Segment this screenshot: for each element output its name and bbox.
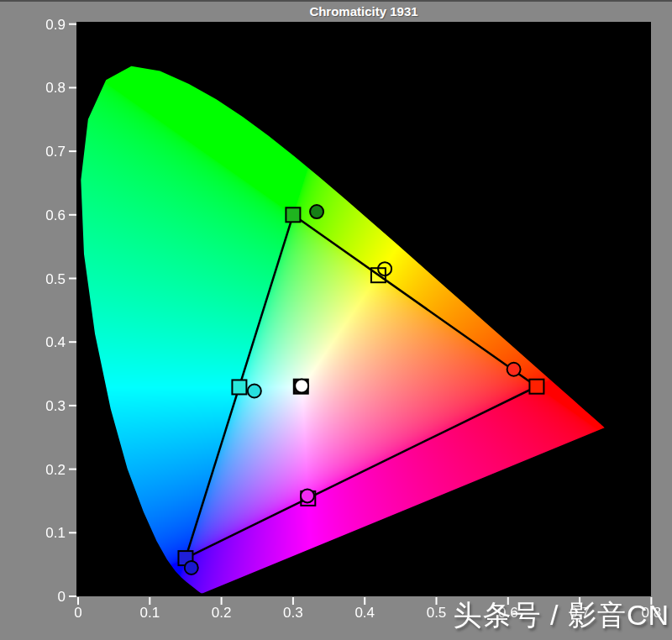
- y-axis-tick-label: 0.3: [45, 398, 66, 414]
- x-axis-tick-label: 0.4: [354, 605, 375, 621]
- x-axis-tick-label: 0.1: [139, 605, 160, 621]
- y-axis-tick-label: 0.1: [45, 525, 66, 541]
- x-axis-tick-label: 0.5: [427, 605, 447, 621]
- plot-area: [76, 22, 651, 596]
- y-axis-tick-label: 0.7: [45, 144, 66, 160]
- y-axis-tick-label: 0.2: [45, 462, 66, 478]
- y-axis-tick-label: 0.6: [45, 207, 66, 223]
- y-axis-tick-label: 0: [58, 589, 66, 605]
- x-axis-tick-label: 0: [74, 605, 81, 621]
- chart-title: Chromaticity 1931: [76, 3, 651, 20]
- y-axis-tick-label: 0.9: [45, 17, 66, 33]
- application-window: { "title": "Chromaticity 1931", "waterma…: [0, 0, 672, 640]
- y-axis-tick-label: 0.4: [45, 334, 66, 350]
- watermark: 头条号 / 影音CN: [454, 596, 669, 635]
- x-axis-tick-label: 0.2: [212, 605, 232, 621]
- chromaticity-horseshoe: [76, 22, 651, 596]
- y-axis-tick-label: 0.8: [45, 80, 66, 96]
- x-axis-tick-label: 0.3: [283, 605, 303, 621]
- y-axis-tick-label: 0.5: [45, 271, 66, 287]
